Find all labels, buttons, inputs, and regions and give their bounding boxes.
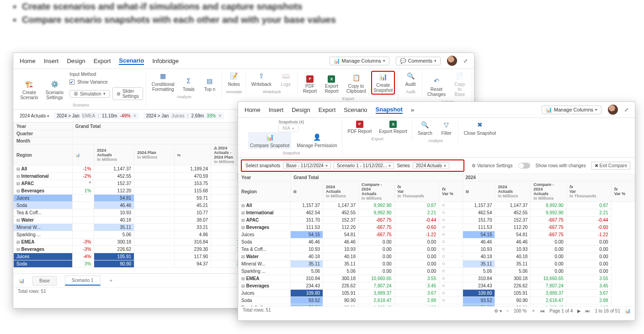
bullet-2: Compare scenario snapshots with each oth… bbox=[22, 15, 336, 25]
base-snapshot-dropdown[interactable]: Base - 11/12/2024▾ bbox=[283, 162, 331, 169]
manage-columns-button[interactable]: 📊Manage Columns▾ bbox=[542, 106, 601, 114]
undo-icon: ↶ bbox=[432, 77, 441, 86]
zoom-in-button[interactable]: ＋ bbox=[531, 307, 536, 314]
filter-pill-1[interactable]: 2024 > JanEMEA:11.10m-49%× bbox=[54, 112, 138, 119]
filter-pill-2[interactable]: 2024 > JanJuices:2.69m33%× bbox=[144, 112, 224, 119]
snapshot-toolbar: Snapshots (4) N/A▾ 📊Compare Snapshot 👤Ma… bbox=[238, 118, 635, 158]
sigma-icon: Σ bbox=[184, 77, 193, 86]
comments-button[interactable]: 💬Comments▾ bbox=[396, 57, 441, 65]
writeback-button[interactable]: ⇪Writeback bbox=[250, 71, 273, 88]
series-label: Series bbox=[397, 163, 410, 168]
tab-home[interactable]: Home bbox=[20, 58, 36, 64]
pdf-icon: P bbox=[356, 121, 363, 128]
simulation-dropdown[interactable]: ⦿Simulation▾ bbox=[69, 90, 110, 98]
select-snapshots-bar: Select snapshots Base - 11/12/2024▾ Scen… bbox=[241, 159, 464, 172]
variance-settings-link[interactable]: ⚙ Variance Settings bbox=[472, 163, 512, 168]
create-snapshot-button[interactable]: 📊Create Snapshot bbox=[371, 71, 395, 95]
note-icon: 📝 bbox=[229, 72, 239, 81]
page-last-button[interactable]: ⏭ bbox=[585, 308, 590, 313]
pdf-report-button[interactable]: PPDF Report bbox=[301, 74, 319, 95]
manage-permission-button[interactable]: 👤Manage Permission bbox=[295, 132, 339, 149]
upload-icon: ⇪ bbox=[257, 72, 266, 81]
clipboard-icon: 📋 bbox=[351, 74, 361, 83]
slider-settings-button[interactable]: ⚙Slider Settings bbox=[112, 87, 143, 100]
format-icon: ▦ bbox=[159, 72, 168, 81]
tab-scenario[interactable]: Scenario bbox=[119, 57, 144, 65]
expand-icon[interactable]: ⤢ bbox=[463, 58, 468, 64]
ribbon-tabs-1: Home Insert Design Export Scenario Infob… bbox=[13, 53, 474, 69]
tab-design[interactable]: Design bbox=[292, 106, 310, 113]
zoom-out-button[interactable]: − bbox=[506, 308, 509, 313]
tab-home[interactable]: Home bbox=[245, 106, 261, 113]
page-label: Page 1 of 4 bbox=[549, 308, 573, 313]
gear-icon: ⚙️ bbox=[50, 80, 59, 89]
logs-button[interactable]: 📖Logs bbox=[277, 71, 294, 88]
settings-icon[interactable]: ⚙ ▾ bbox=[494, 308, 502, 313]
notes-button[interactable]: 📝Notes bbox=[225, 71, 243, 88]
copy-clipboard-button[interactable]: 📋Copy to Clipboard bbox=[345, 73, 368, 95]
sheet-tab-base[interactable]: Base bbox=[32, 276, 57, 286]
intro-bullets: Create scenarios and what-if simulations… bbox=[8, 0, 350, 28]
snapshot-na-dropdown[interactable]: N/A▾ bbox=[278, 124, 298, 132]
exit-compare-button[interactable]: ✖ Exit Compare bbox=[591, 162, 630, 170]
search-button[interactable]: 🔍Search bbox=[416, 120, 434, 137]
manage-columns-button[interactable]: 📊Manage Columns▾ bbox=[330, 57, 389, 65]
total-rows-label: Total rows: 51 bbox=[243, 307, 271, 314]
create-scenario-button[interactable]: 🏗️Create Scenario bbox=[19, 79, 40, 101]
tab-infobridge[interactable]: Infobridge bbox=[152, 58, 179, 64]
sheet-tab-scenario1[interactable]: Scenario 1 bbox=[65, 276, 101, 286]
tab-insert[interactable]: Insert bbox=[269, 106, 284, 113]
user-icon: 👤 bbox=[312, 133, 321, 142]
copy-to-base-button[interactable]: 📄Copy to Base bbox=[451, 71, 469, 98]
tab-design[interactable]: Design bbox=[67, 58, 85, 64]
select-snapshots-label: Select snapshots bbox=[245, 163, 280, 168]
series-dropdown[interactable]: 2024 Actuals▾ bbox=[413, 162, 449, 169]
series-dropdown[interactable]: 2024 Actuals ▾ bbox=[20, 113, 49, 118]
expand-icon[interactable]: ⤢ bbox=[624, 107, 628, 113]
add-sheet-button[interactable]: ＋ bbox=[109, 277, 113, 284]
tab-scenario[interactable]: Scenario bbox=[344, 106, 367, 113]
audit-icon: 🔍 bbox=[406, 72, 415, 81]
close-icon[interactable]: × bbox=[218, 113, 221, 118]
funnel-icon: ▤ bbox=[205, 77, 214, 86]
close-icon[interactable]: × bbox=[133, 113, 136, 118]
compare-snapshot-dropdown[interactable]: Scenario 1 - 11/12/202...▾ bbox=[334, 162, 394, 169]
building-icon: 🏗️ bbox=[25, 80, 34, 89]
conditional-formatting-button[interactable]: ▦Conditional Formatting bbox=[150, 71, 176, 93]
compare-snapshot-button[interactable]: 📊Compare Snapshot bbox=[248, 132, 291, 149]
reset-changes-button[interactable]: ↶Reset Changes bbox=[426, 76, 447, 98]
tab-snapshot[interactable]: Snapshot bbox=[376, 106, 403, 114]
chart-icon[interactable]: 📊 bbox=[625, 308, 630, 313]
tab-export[interactable]: Export bbox=[94, 58, 111, 64]
zoom-level: 100 % bbox=[514, 308, 527, 313]
totals-button[interactable]: ΣTotals bbox=[180, 76, 197, 93]
page-next-button[interactable]: ▶ bbox=[577, 308, 581, 313]
snapshots-count: Snapshots (4) bbox=[278, 120, 304, 124]
show-variance-checkbox[interactable]: ✔ bbox=[69, 80, 75, 85]
show-rows-label: Show rows with changes bbox=[536, 163, 586, 168]
pdf-icon: P bbox=[306, 75, 314, 83]
snapshot-grid[interactable]: YearGrand Total2024Region⊟2024Actualsin … bbox=[238, 174, 635, 306]
show-rows-toggle[interactable] bbox=[518, 163, 530, 169]
export-report-button[interactable]: XExport Report bbox=[377, 120, 409, 135]
export-report-button[interactable]: XExport Report bbox=[322, 74, 341, 95]
filter-icon: ▽ bbox=[442, 121, 451, 130]
close-snapshot-button[interactable]: ✖Close Snapshot bbox=[462, 120, 498, 137]
close-icon: ✖ bbox=[475, 121, 484, 130]
pdf-report-button[interactable]: PPDF Report bbox=[346, 120, 374, 135]
tabs-overflow[interactable]: » bbox=[411, 106, 414, 113]
scenario-settings-button[interactable]: ⚙️Scenario Settings bbox=[43, 79, 66, 101]
tab-export[interactable]: Export bbox=[319, 106, 336, 113]
tab-insert[interactable]: Insert bbox=[44, 58, 59, 64]
audit-button[interactable]: 🔍Audit bbox=[402, 71, 419, 88]
avatar[interactable] bbox=[447, 56, 457, 66]
avatar[interactable] bbox=[608, 105, 618, 115]
total-rows-label: Total rows: 51 bbox=[18, 289, 46, 294]
excel-icon: X bbox=[389, 121, 397, 128]
top-n-button[interactable]: ▤Top n bbox=[201, 76, 218, 93]
snapshot-icon: 📊 bbox=[378, 73, 388, 82]
row-range-label: 1 to 16 of 51 bbox=[595, 308, 620, 313]
bullet-1: Create scenarios and what-if simulations… bbox=[22, 1, 336, 12]
filter-button[interactable]: ▽Filter bbox=[438, 120, 455, 137]
page-first-button[interactable]: ⏮ bbox=[540, 308, 545, 313]
